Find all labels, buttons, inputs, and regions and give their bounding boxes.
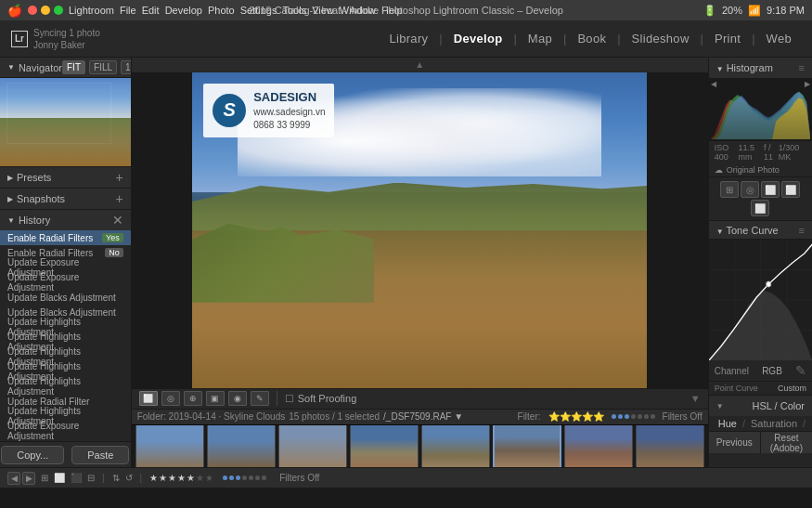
history-item-10[interactable]: Update Highlights Adjustment <box>0 379 131 394</box>
cl-dot-6[interactable] <box>255 475 260 480</box>
star-5[interactable]: ★ <box>187 473 195 483</box>
curve-edit-icon[interactable]: ✎ <box>795 363 806 378</box>
next-photo-btn[interactable]: ▶ <box>22 472 35 485</box>
prev-photo-btn[interactable]: ◀ <box>7 472 20 485</box>
nav-1-1-btn[interactable]: 1:1 <box>121 60 132 74</box>
minimize-button[interactable] <box>41 6 50 15</box>
grid-view-icon[interactable]: ⊞ <box>41 473 48 483</box>
star-1[interactable]: ★ <box>149 473 158 483</box>
thumb-1[interactable] <box>135 424 204 467</box>
menu-lightroom[interactable]: Lightroom <box>69 5 114 16</box>
navigator-header[interactable]: ▼ Navigator FIT FILL 1:1 1:3 <box>0 58 131 78</box>
red-eye-tool[interactable]: ⊕ <box>184 391 202 406</box>
paste-button[interactable]: Paste <box>71 446 129 464</box>
soft-proofing-toggle[interactable]: ☐ Soft Proofing <box>285 393 357 405</box>
zoom-tool[interactable]: ⬜ <box>751 200 769 216</box>
snapshots-header[interactable]: ▶ Snapshots + <box>0 189 131 209</box>
filmstrip-status-bar: Folder: 2019-04-14 · Skyline Clouds 15 p… <box>132 409 708 424</box>
histogram-source: ☁ Original Photo <box>709 163 812 176</box>
reset-button[interactable]: Reset (Adobe) <box>761 431 812 453</box>
tab-map[interactable]: Map <box>519 28 561 49</box>
history-item-0[interactable]: Enable Radial Filters Yes <box>0 230 131 245</box>
spot-removal-tool[interactable]: ◎ <box>161 391 180 406</box>
tone-curve-header[interactable]: ▼ Tone Curve ≡ <box>709 221 812 240</box>
lr-logo-area: Lr Syncing 1 photo Jonny Baker <box>11 27 100 51</box>
sort-icon[interactable]: ⇅ <box>112 473 120 483</box>
histogram-header[interactable]: ▼ Histogram ≡ <box>709 58 812 78</box>
history-item-13[interactable]: Update Exposure Adjustment <box>0 423 131 438</box>
brush-tool[interactable]: ✎ <box>251 391 269 406</box>
star-2[interactable]: ★ <box>159 473 167 483</box>
survey-view-icon[interactable]: ⊟ <box>87 473 95 483</box>
history-header[interactable]: ▼ History ✕ <box>0 210 131 230</box>
radial-filter-tool[interactable]: ◉ <box>228 391 247 406</box>
wifi-icon: 📶 <box>748 5 761 17</box>
point-curve-value[interactable]: Custom <box>778 384 806 393</box>
apple-menu[interactable]: 🍎 <box>7 4 22 18</box>
crop-tool[interactable]: ⬜ <box>139 391 158 406</box>
tab-book[interactable]: Book <box>568 28 615 49</box>
history-item-4[interactable]: Update Blacks Adjustment <box>0 290 131 305</box>
hsl-header[interactable]: ▼ HSL / Color <box>709 396 812 416</box>
menu-develop[interactable]: Develop <box>165 5 202 16</box>
star-6[interactable]: ★ <box>196 473 204 483</box>
presets-title: ▶ Presets <box>7 172 51 183</box>
menu-file[interactable]: File <box>120 5 136 16</box>
cl-dot-5[interactable] <box>249 475 253 480</box>
hsl-tab-hue[interactable]: Hue <box>715 418 741 429</box>
tab-develop[interactable]: Develop <box>445 28 512 49</box>
cl-dot-3[interactable] <box>236 475 240 480</box>
close-button[interactable] <box>28 6 37 15</box>
tab-print[interactable]: Print <box>705 28 750 49</box>
loupe-view-icon[interactable]: ⬜ <box>54 473 65 483</box>
nav-fit-btn[interactable]: FIT <box>62 60 85 74</box>
navigator-panel: ▼ Navigator FIT FILL 1:1 1:3 <box>0 58 131 167</box>
history-clear-btn[interactable]: ✕ <box>112 213 123 228</box>
square-tool[interactable]: ⬜ <box>761 181 780 198</box>
presets-add-btn[interactable]: + <box>116 170 123 185</box>
cl-dot-7[interactable] <box>262 475 266 480</box>
star-7[interactable]: ★ <box>205 473 213 483</box>
cl-dot-2[interactable] <box>229 475 234 480</box>
star-3[interactable]: ★ <box>168 473 176 483</box>
nav-fill-btn[interactable]: FILL <box>89 60 117 74</box>
history-item-3[interactable]: Update Exposure Adjustment <box>0 275 131 290</box>
curve-point[interactable] <box>766 281 770 287</box>
histogram-menu-icon[interactable]: ≡ <box>799 62 805 73</box>
hsl-tab-luminance[interactable]: Luminance <box>807 418 812 429</box>
snapshots-add-btn[interactable]: + <box>116 191 123 206</box>
thumb-2[interactable] <box>207 424 276 467</box>
thumb-4[interactable] <box>350 424 419 467</box>
compare-view-icon[interactable]: ⬛ <box>71 473 82 483</box>
thumb-8[interactable] <box>636 424 704 467</box>
cl-dot-4[interactable] <box>242 475 247 480</box>
tab-slideshow[interactable]: Slideshow <box>623 28 699 49</box>
thumb-6-active[interactable] <box>493 424 561 467</box>
channel-value[interactable]: RGB <box>762 366 782 376</box>
target-tool[interactable]: ◎ <box>741 181 759 198</box>
thumb-7[interactable] <box>564 424 633 467</box>
menu-edit[interactable]: Edit <box>142 5 160 16</box>
menu-photo[interactable]: Photo <box>208 5 235 16</box>
hsl-tab-saturation[interactable]: Saturation <box>747 418 801 429</box>
previous-button[interactable]: Previous <box>709 431 761 453</box>
star-4[interactable]: ★ <box>177 473 186 483</box>
rotate-icon[interactable]: ↺ <box>125 473 133 483</box>
cl-dot-1[interactable] <box>223 475 227 480</box>
presets-header[interactable]: ▶ Presets + <box>0 167 131 188</box>
hist-corner-tr[interactable]: ▶ <box>805 80 810 88</box>
thumb-3[interactable] <box>278 424 347 467</box>
thumb-5[interactable] <box>421 424 490 467</box>
maximize-button[interactable] <box>54 6 63 15</box>
filmstrip-collapse-top[interactable]: ▲ <box>132 58 708 72</box>
wb-selector-tool[interactable]: ⊞ <box>720 181 739 198</box>
crop-overlay-tool[interactable]: ⬜ <box>781 181 800 198</box>
tone-curve-menu[interactable]: ≡ <box>799 225 805 236</box>
hist-corner-tl[interactable]: ◀ <box>711 80 716 88</box>
tab-web[interactable]: Web <box>757 28 801 49</box>
left-panel: ▼ Navigator FIT FILL 1:1 1:3 <box>0 58 132 467</box>
grad-filter-tool[interactable]: ▣ <box>206 391 225 406</box>
tab-library[interactable]: Library <box>380 28 437 49</box>
history-badge-1: No <box>105 248 123 257</box>
copy-button[interactable]: Copy... <box>1 446 64 464</box>
